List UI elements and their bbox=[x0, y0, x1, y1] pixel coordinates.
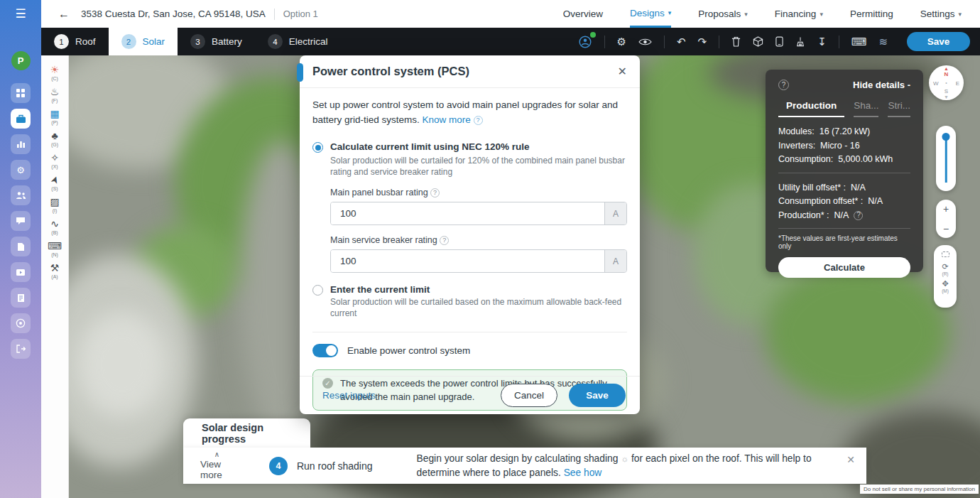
zoom-out-button[interactable]: − bbox=[943, 224, 949, 234]
hide-details-toggle[interactable]: Hide details - bbox=[853, 80, 910, 90]
calculate-button[interactable]: Calculate bbox=[778, 257, 910, 278]
settings-gear-icon[interactable]: ⚙ bbox=[617, 36, 626, 48]
rail-item-settings[interactable]: ⚙ bbox=[11, 160, 31, 180]
tool-panels[interactable]: ▦(P) bbox=[41, 108, 68, 125]
avatar[interactable]: P bbox=[11, 51, 31, 70]
fit-to-screen-icon[interactable] bbox=[942, 251, 949, 257]
nav-financing[interactable]: Financing▾ bbox=[775, 0, 823, 28]
help-question-icon[interactable]: ? bbox=[440, 236, 449, 245]
tab-production[interactable]: Production bbox=[778, 100, 844, 117]
panel-help-icon[interactable]: ? bbox=[778, 80, 789, 90]
modal-save-button[interactable]: Save bbox=[569, 384, 626, 407]
nav-overview[interactable]: Overview bbox=[563, 0, 603, 28]
export-download-icon[interactable]: ↧ bbox=[817, 36, 827, 48]
manual-limit-label: Enter the current limit bbox=[330, 284, 627, 295]
rail-item-projects[interactable] bbox=[11, 109, 31, 129]
nav-settings[interactable]: Settings▾ bbox=[920, 0, 962, 28]
enable-pcs-toggle[interactable] bbox=[312, 344, 338, 357]
step-electrical[interactable]: 4Electrical bbox=[255, 28, 341, 55]
step-solar[interactable]: 2Solar bbox=[109, 28, 178, 55]
visibility-eye-icon[interactable] bbox=[638, 38, 652, 46]
3d-view-cube-icon[interactable] bbox=[753, 36, 763, 47]
move-pan-icon[interactable]: ✥ bbox=[942, 280, 948, 288]
rail-item-dashboard[interactable] bbox=[11, 83, 31, 103]
production-help-icon[interactable]: ? bbox=[854, 211, 863, 220]
rail-item-help[interactable] bbox=[11, 313, 31, 333]
tool-keypad[interactable]: ⌨(N) bbox=[41, 240, 68, 257]
tool-autofill[interactable]: ✧(X) bbox=[41, 152, 68, 169]
move-shortcut-label: (M) bbox=[942, 288, 949, 293]
slider-knob[interactable] bbox=[942, 133, 950, 141]
cleanup-brush-icon[interactable] bbox=[795, 36, 805, 47]
design-assistant-icon[interactable] bbox=[578, 35, 592, 49]
tab-stringing[interactable]: Stri... bbox=[888, 100, 910, 117]
design-option-label[interactable]: Option 1 bbox=[283, 9, 318, 19]
rail-item-notes[interactable] bbox=[11, 288, 31, 308]
stream-layers-icon[interactable]: ≋ bbox=[878, 36, 888, 48]
redo-icon[interactable]: ↷ bbox=[698, 36, 707, 48]
radio-unselected-icon[interactable] bbox=[312, 285, 323, 296]
rail-item-team[interactable] bbox=[11, 185, 31, 205]
sun-icon: ☀ bbox=[50, 64, 60, 75]
banner-close-icon[interactable]: ✕ bbox=[846, 454, 855, 465]
busbar-rating-label: Main panel busbar rating ? bbox=[330, 188, 627, 197]
reset-inputs-link[interactable]: Reset inputs bbox=[322, 390, 376, 401]
tool-wiring[interactable]: ∿(B) bbox=[41, 218, 68, 235]
tool-irradiance[interactable]: ☀(C) bbox=[41, 64, 68, 81]
rail-item-logout[interactable] bbox=[11, 339, 31, 359]
view-more-button[interactable]: ∧ View more bbox=[200, 451, 234, 480]
nav-permitting[interactable]: Permitting bbox=[850, 0, 893, 28]
busbar-rating-input[interactable] bbox=[331, 202, 604, 224]
modal-close-icon[interactable]: ✕ bbox=[618, 65, 627, 78]
see-how-link[interactable]: See how bbox=[564, 467, 602, 478]
tab-shading[interactable]: Sha... bbox=[854, 100, 878, 117]
divider bbox=[312, 332, 627, 332]
compass-control[interactable]: ▲ N W • E S ▼ bbox=[929, 65, 964, 100]
tree-icon: ♣ bbox=[51, 130, 58, 141]
caret-down-icon: ▾ bbox=[744, 11, 748, 18]
inverters-row: Inverters:Micro - 16 bbox=[778, 139, 910, 153]
tool-obstructions[interactable]: ♣(G) bbox=[41, 130, 68, 147]
undo-icon[interactable]: ↶ bbox=[677, 36, 686, 48]
rotate-view-icon[interactable]: ⟳ bbox=[942, 263, 948, 271]
cancel-button[interactable]: Cancel bbox=[501, 384, 557, 407]
rail-item-messages[interactable] bbox=[11, 211, 31, 231]
app-navigation-rail: ☰ P ⚙ bbox=[0, 0, 41, 498]
rail-item-analytics[interactable] bbox=[11, 134, 31, 154]
manual-limit-description: Solar production will be curtailed based… bbox=[330, 296, 627, 319]
breaker-rating-input[interactable] bbox=[331, 250, 604, 272]
help-question-icon[interactable]: ? bbox=[474, 116, 483, 125]
mobile-device-icon[interactable] bbox=[775, 36, 783, 47]
keypad-icon: ⌨ bbox=[48, 240, 62, 251]
step-roof[interactable]: 1Roof bbox=[41, 28, 109, 55]
privacy-link[interactable]: Do not sell or share my personal informa… bbox=[860, 485, 979, 494]
save-design-button[interactable]: Save bbox=[907, 32, 970, 51]
wire-icon: ∿ bbox=[50, 218, 59, 229]
nav-proposals[interactable]: Proposals▾ bbox=[698, 0, 748, 28]
nav-designs[interactable]: Designs▾ bbox=[630, 0, 671, 28]
tool-imagery[interactable]: ▨(I) bbox=[41, 196, 68, 213]
step-battery[interactable]: 3Battery bbox=[178, 28, 255, 55]
main-nav: Overview Designs▾ Proposals▾ Financing▾ … bbox=[563, 0, 962, 28]
know-more-link[interactable]: Know more bbox=[423, 114, 471, 125]
help-question-icon[interactable]: ? bbox=[430, 188, 440, 197]
tool-fire-setbacks[interactable]: ♨(F) bbox=[41, 86, 68, 103]
radio-selected-icon[interactable] bbox=[312, 142, 323, 153]
delete-trash-icon[interactable] bbox=[731, 36, 741, 47]
south-arrow-icon: ▼ bbox=[944, 94, 949, 99]
back-arrow-icon[interactable]: ← bbox=[58, 8, 70, 21]
rail-item-documents[interactable] bbox=[11, 237, 31, 256]
menu-hamburger-icon[interactable]: ☰ bbox=[15, 6, 26, 21]
rail-item-tutorials[interactable] bbox=[11, 262, 31, 282]
keyboard-shortcuts-icon[interactable]: ⌨ bbox=[851, 36, 867, 48]
zoom-slider[interactable] bbox=[936, 126, 956, 191]
solar-progress-tab[interactable]: Solar design progress bbox=[183, 418, 310, 448]
manual-limit-option[interactable]: Enter the current limit Solar production… bbox=[312, 284, 627, 319]
amps-unit-label: A bbox=[604, 250, 626, 272]
tool-attachments[interactable]: ⚒(A) bbox=[41, 262, 68, 279]
chevron-up-icon: ∧ bbox=[214, 451, 219, 458]
breaker-rating-label: Main service breaker rating ? bbox=[330, 235, 627, 245]
nec-rule-option[interactable]: Calculate current limit using NEC 120% r… bbox=[312, 141, 627, 178]
zoom-in-button[interactable]: + bbox=[943, 204, 949, 214]
tool-select[interactable]: ➤(S) bbox=[41, 174, 68, 191]
